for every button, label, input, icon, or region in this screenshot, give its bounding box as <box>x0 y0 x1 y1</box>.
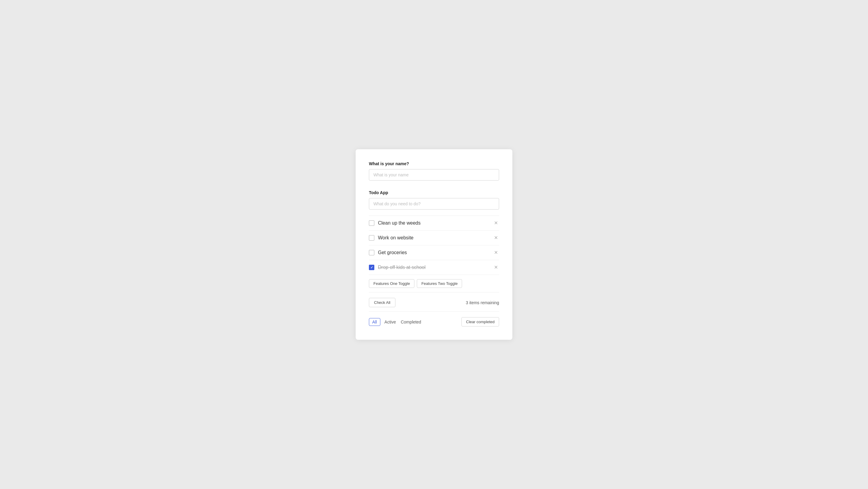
todo-item: Work on website✕ <box>369 231 499 245</box>
filter-row: All Active Completed Clear completed <box>369 312 499 328</box>
check-all-row: Check All 3 items remaining <box>369 293 499 312</box>
name-label: What is your name? <box>369 161 499 166</box>
todo-text: Drop off kids at school <box>378 265 489 270</box>
filter-buttons: All Active Completed <box>369 318 422 326</box>
todo-input[interactable] <box>369 198 499 210</box>
todo-item: Clean up the weeds✕ <box>369 216 499 231</box>
todo-checkbox[interactable] <box>369 265 374 270</box>
todo-label: Todo App <box>369 190 499 195</box>
todo-text: Get groceries <box>378 250 489 255</box>
todo-checkbox[interactable] <box>369 235 374 241</box>
filter-active-button[interactable]: Active <box>384 318 397 326</box>
name-input[interactable] <box>369 169 499 181</box>
filter-completed-button[interactable]: Completed <box>400 318 422 326</box>
todo-list: Clean up the weeds✕Work on website✕Get g… <box>369 216 499 275</box>
todo-checkbox[interactable] <box>369 220 374 226</box>
todo-item: Get groceries✕ <box>369 245 499 260</box>
check-all-button[interactable]: Check All <box>369 298 396 307</box>
main-card: What is your name? Todo App Clean up the… <box>355 149 513 340</box>
toggle-button[interactable]: Features One Toggle <box>369 279 414 288</box>
name-section: What is your name? <box>369 161 499 181</box>
toggle-buttons-row: Features One ToggleFeatures Two Toggle <box>369 275 499 293</box>
todo-input-wrap <box>369 198 499 210</box>
todo-checkbox[interactable] <box>369 250 374 255</box>
todo-delete-button[interactable]: ✕ <box>493 220 499 226</box>
todo-delete-button[interactable]: ✕ <box>493 250 499 256</box>
items-remaining: 3 items remaining <box>466 300 499 305</box>
filter-all-button[interactable]: All <box>369 318 380 326</box>
todo-section: Todo App Clean up the weeds✕Work on webs… <box>369 190 499 328</box>
todo-text: Work on website <box>378 235 489 241</box>
clear-completed-button[interactable]: Clear completed <box>461 317 499 327</box>
todo-delete-button[interactable]: ✕ <box>493 265 499 270</box>
todo-delete-button[interactable]: ✕ <box>493 235 499 241</box>
toggle-button[interactable]: Features Two Toggle <box>417 279 462 288</box>
todo-text: Clean up the weeds <box>378 220 489 226</box>
todo-item: Drop off kids at school✕ <box>369 260 499 275</box>
